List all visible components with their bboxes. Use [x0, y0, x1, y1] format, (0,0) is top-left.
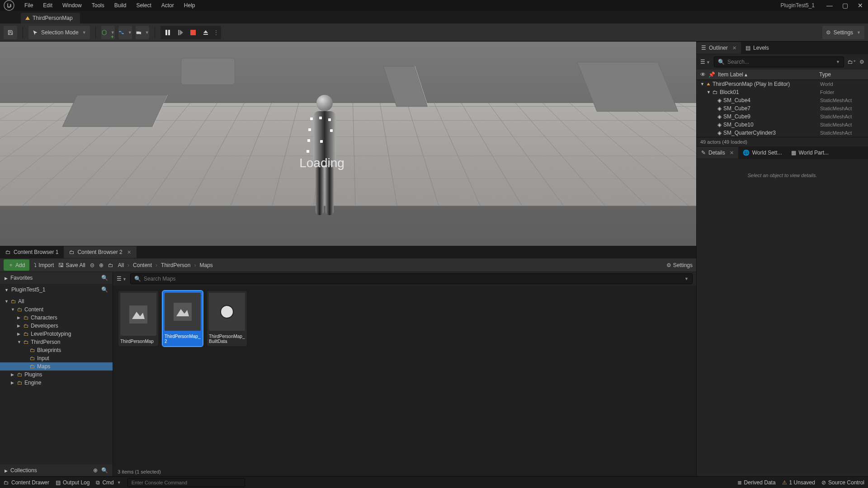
- outliner-item[interactable]: ◈SM_Cube7StaticMeshAct: [697, 104, 868, 113]
- derived-data-button[interactable]: ≣Derived Data: [737, 479, 776, 486]
- viewport[interactable]: Loading: [0, 42, 696, 246]
- menu-help[interactable]: Help: [179, 0, 200, 10]
- filter-button[interactable]: ☰▼: [117, 276, 127, 282]
- outliner-item[interactable]: ◈SM_QuarterCylinder3StaticMeshAct: [697, 129, 868, 137]
- document-tab[interactable]: ThirdPersonMap: [21, 13, 80, 23]
- breadcrumb-item[interactable]: All: [118, 262, 124, 268]
- unsaved-button[interactable]: ⚠1 Unsaved: [782, 479, 815, 486]
- close-tab-icon[interactable]: ✕: [127, 249, 131, 255]
- details-tab[interactable]: ✎ Details ✕: [697, 147, 738, 159]
- import-button[interactable]: ⤵ Import: [34, 262, 54, 268]
- minimize-button[interactable]: —: [822, 0, 837, 11]
- settings-button[interactable]: ⚙ Settings ▼: [822, 26, 864, 39]
- world-partition-tab[interactable]: ▦ World Part...: [787, 147, 833, 159]
- outliner-item[interactable]: ◈SM_Cube10StaticMeshAct: [697, 121, 868, 129]
- column-type[interactable]: Type: [819, 71, 864, 78]
- outliner-search-input[interactable]: [727, 59, 832, 65]
- maximize-button[interactable]: ▢: [837, 0, 853, 11]
- breadcrumb-item[interactable]: Content: [133, 262, 152, 268]
- world-settings-tab[interactable]: 🌐 World Sett...: [738, 147, 787, 159]
- add-collection-icon[interactable]: ⊕: [93, 467, 98, 474]
- blueprint-button[interactable]: ▼: [118, 26, 132, 39]
- content-browser-tab-1[interactable]: 🗀 Content Browser 1: [0, 246, 64, 258]
- folder-icon: 🗀: [69, 249, 75, 255]
- search-icon[interactable]: 🔍: [101, 275, 108, 281]
- console-input[interactable]: [127, 478, 245, 487]
- selection-mode-dropdown[interactable]: Selection Mode ▼: [28, 26, 90, 39]
- save-all-button[interactable]: 🖫 Save All: [58, 262, 85, 268]
- outliner-item[interactable]: ◈SM_Cube4StaticMeshAct: [697, 96, 868, 104]
- content-drawer-button[interactable]: 🗀Content Drawer: [4, 479, 49, 486]
- breadcrumb-item[interactable]: Maps: [199, 262, 212, 268]
- close-tab-icon[interactable]: ✕: [730, 150, 734, 156]
- asset-item[interactable]: ThirdPersonMap_2: [163, 291, 203, 346]
- menu-build[interactable]: Build: [110, 0, 131, 10]
- tree-node-developers[interactable]: ▶🗀Developers: [0, 322, 113, 330]
- tree-node-thirdperson[interactable]: ▼🗀ThirdPerson: [0, 338, 113, 346]
- project-header[interactable]: ▼PluginTest5_1 🔍: [0, 284, 113, 296]
- frame-advance-button[interactable]: [174, 27, 187, 38]
- tree-node-all[interactable]: ▼🗀All: [0, 297, 113, 305]
- play-options-button[interactable]: ⋮: [212, 27, 220, 38]
- search-icon[interactable]: 🔍: [101, 286, 108, 293]
- column-item-label[interactable]: Item Label ▴: [718, 71, 747, 78]
- asset-item[interactable]: ThirdPersonMap: [118, 291, 158, 346]
- outliner-item[interactable]: ◈SM_Cube9StaticMeshAct: [697, 113, 868, 121]
- tree-node-blueprints[interactable]: 🗀Blueprints: [0, 346, 113, 354]
- save-icon: 🖫: [58, 262, 64, 268]
- levels-tab[interactable]: ▤ Levels: [741, 42, 774, 54]
- new-folder-button[interactable]: 🗀⁺: [848, 59, 856, 65]
- gear-icon[interactable]: ⚙: [859, 59, 864, 65]
- menu-actor[interactable]: Actor: [157, 0, 179, 10]
- tree-node-levelproto[interactable]: ▶🗀LevelPrototyping: [0, 330, 113, 338]
- menu-window[interactable]: Window: [58, 0, 86, 10]
- output-log-button[interactable]: ▤Output Log: [56, 479, 90, 486]
- source-control-button[interactable]: ⊘Source Control: [821, 479, 864, 486]
- menu-tools[interactable]: Tools: [87, 0, 109, 10]
- folder-icon[interactable]: 🗀: [108, 262, 113, 268]
- level-thumbnail-icon: [120, 293, 156, 336]
- pause-button[interactable]: [161, 27, 174, 38]
- content-browser-tab-2[interactable]: 🗀 Content Browser 2 ✕: [64, 246, 136, 258]
- filter-button[interactable]: ☰▼: [700, 59, 710, 65]
- tree-node-maps[interactable]: 🗀Maps: [0, 362, 113, 371]
- favorites-header[interactable]: ▶Favorites 🔍: [0, 272, 113, 284]
- eject-button[interactable]: [199, 27, 212, 38]
- menu-select[interactable]: Select: [132, 0, 156, 10]
- breadcrumb-item[interactable]: ThirdPerson: [161, 262, 190, 268]
- chevron-down-icon[interactable]: ▼: [836, 60, 840, 64]
- collections-header[interactable]: ▶Collections ⊕🔍: [0, 465, 113, 476]
- eye-icon[interactable]: 👁: [700, 71, 706, 78]
- tree-node-plugins[interactable]: ▶🗀Plugins: [0, 371, 113, 379]
- history-back-button[interactable]: ⊝: [90, 262, 94, 268]
- menu-edit[interactable]: Edit: [38, 0, 57, 10]
- asset-item[interactable]: ThirdPersonMap_BuiltData: [207, 291, 247, 346]
- save-button[interactable]: [4, 26, 17, 39]
- cmd-dropdown[interactable]: ⧉Cmd▼: [96, 479, 121, 486]
- tree-node-characters[interactable]: ▶🗀Characters: [0, 314, 113, 322]
- outliner-root[interactable]: ▼ThirdPersonMap (Play In Editor) World: [697, 80, 868, 88]
- pin-icon[interactable]: 📌: [708, 71, 715, 78]
- content-settings-button[interactable]: ⚙ Settings: [666, 262, 693, 268]
- project-title: PluginTest5_1: [774, 2, 822, 9]
- stop-button[interactable]: [187, 27, 199, 38]
- add-label: Add: [15, 262, 25, 268]
- chevron-down-icon[interactable]: ▼: [684, 277, 689, 281]
- add-content-button[interactable]: + ▼: [101, 26, 115, 39]
- asset-search-input[interactable]: [144, 276, 681, 282]
- outliner-toolbar: ☰▼ 🔍 ▼ 🗀⁺ ⚙: [697, 54, 868, 70]
- tree-node-input[interactable]: 🗀Input: [0, 354, 113, 362]
- close-tab-icon[interactable]: ✕: [732, 45, 736, 51]
- close-button[interactable]: ✕: [853, 0, 868, 11]
- list-icon: ☰: [701, 45, 706, 51]
- tree-node-content[interactable]: ▼🗀Content: [0, 305, 113, 314]
- add-button[interactable]: ＋ Add: [4, 259, 29, 271]
- outliner-tab[interactable]: ☰ Outliner ✕: [697, 42, 741, 54]
- history-forward-button[interactable]: ⊕: [99, 262, 104, 268]
- outliner-folder[interactable]: ▼🗀Block01 Folder: [697, 88, 868, 96]
- cinematics-button[interactable]: ▼: [136, 26, 149, 39]
- menu-file[interactable]: File: [20, 0, 38, 10]
- data-icon: ≣: [737, 479, 742, 486]
- tree-node-engine[interactable]: ▶🗀Engine: [0, 379, 113, 387]
- search-icon[interactable]: 🔍: [101, 467, 108, 474]
